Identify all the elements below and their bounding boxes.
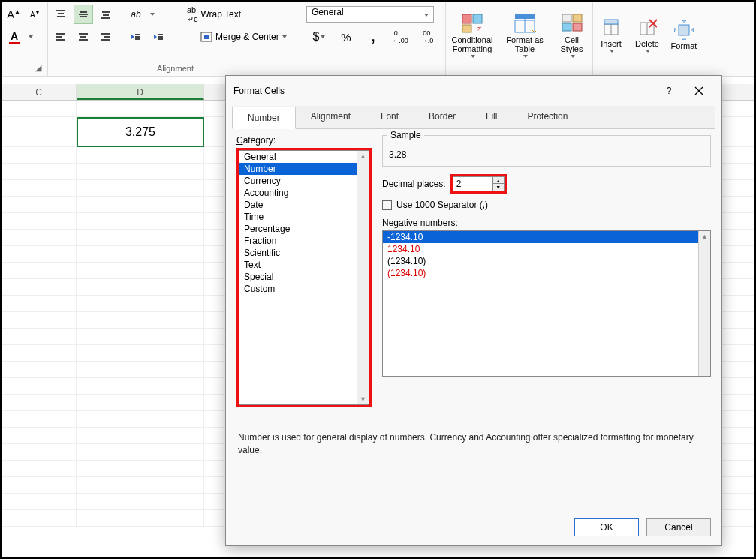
ribbon: A▲ A▼ A ◢ ab ab⤶c Wrap Text [2, 2, 754, 77]
decrease-indent-icon[interactable] [126, 27, 146, 47]
format-as-table-button[interactable]: Format as Table [498, 2, 551, 69]
svg-rect-13 [80, 36, 86, 38]
help-button[interactable]: ? [654, 82, 684, 100]
merge-center-button[interactable]: Merge & Center [197, 27, 291, 47]
wrap-text-icon[interactable]: ab⤶c Wrap Text [183, 5, 245, 24]
tab-fill[interactable]: Fill [471, 106, 512, 128]
format-cells-dialog: Format Cells ? NumberAlignmentFontBorder… [225, 75, 722, 546]
negative-format-item[interactable]: (1234.10) [383, 255, 710, 267]
ok-button[interactable]: OK [574, 518, 639, 536]
cancel-button[interactable]: Cancel [646, 518, 711, 536]
category-item[interactable]: Currency [239, 175, 369, 187]
align-middle-icon[interactable] [74, 5, 93, 24]
orientation-icon[interactable]: ab [126, 5, 146, 24]
align-center-icon[interactable] [74, 27, 93, 47]
selected-cell[interactable]: 3.275 [77, 117, 204, 147]
svg-rect-27 [473, 14, 482, 23]
svg-rect-2 [57, 16, 65, 17]
sample-box: Sample 3.28 [382, 135, 711, 167]
cell-c[interactable] [2, 117, 77, 146]
delete-button[interactable]: Delete [629, 2, 665, 69]
sample-label: Sample [387, 130, 424, 140]
scrollbar[interactable]: ▲▼ [357, 151, 369, 404]
increase-indent-icon[interactable] [149, 27, 168, 47]
spin-down-icon[interactable]: ▼ [493, 184, 504, 191]
thousands-separator-checkbox[interactable]: Use 1000 Separator (,) [382, 200, 711, 210]
align-bottom-icon[interactable] [96, 5, 116, 24]
col-header-c[interactable]: C [2, 84, 77, 100]
svg-rect-4 [79, 14, 88, 15]
align-right-icon[interactable] [96, 27, 116, 47]
col-header-d[interactable]: D [77, 84, 204, 100]
svg-rect-3 [80, 11, 87, 13]
font-dialog-launcher[interactable]: ◢ [5, 62, 44, 74]
svg-rect-36 [573, 23, 582, 31]
decimal-places-label: Decimal places: [382, 179, 446, 189]
scroll-up-icon[interactable]: ▲ [700, 231, 709, 242]
svg-rect-15 [101, 33, 110, 35]
font-color-icon[interactable]: A [5, 27, 24, 47]
decrease-decimal-icon[interactable]: .00→.0 [417, 27, 437, 47]
category-item[interactable]: Number [239, 163, 369, 175]
sample-value: 3.28 [389, 149, 406, 160]
number-format-dropdown[interactable]: General [306, 6, 434, 23]
tab-alignment[interactable]: Alignment [296, 106, 366, 128]
wrap-text-label: Wrap Text [201, 9, 242, 20]
svg-rect-26 [462, 14, 471, 23]
scroll-up-icon[interactable]: ▲ [358, 151, 368, 161]
negative-numbers-list[interactable]: -1234.101234.10(1234.10)(1234.10)▲ [382, 230, 711, 377]
scrollbar[interactable]: ▲ [698, 231, 710, 376]
svg-rect-8 [101, 17, 110, 19]
svg-rect-6 [102, 11, 110, 13]
svg-rect-44 [679, 25, 689, 35]
percent-icon[interactable]: % [336, 27, 356, 47]
tab-border[interactable]: Border [414, 106, 471, 128]
svg-rect-18 [135, 34, 140, 35]
tab-number[interactable]: Number [232, 107, 296, 129]
checkbox-icon [382, 200, 392, 210]
scroll-down-icon[interactable]: ▼ [358, 394, 368, 404]
close-button[interactable] [684, 82, 714, 100]
description-text: Number is used for general display of nu… [226, 413, 721, 457]
category-item[interactable]: Accounting [239, 187, 369, 199]
svg-rect-28 [462, 25, 471, 32]
dialog-title: Format Cells [233, 86, 285, 96]
cell-styles-button[interactable]: Cell Styles [551, 2, 592, 69]
conditional-formatting-button[interactable]: ≠ Conditional Formatting [446, 2, 498, 69]
svg-rect-34 [573, 14, 582, 22]
insert-button[interactable]: Insert [593, 2, 629, 69]
negative-format-item[interactable]: -1234.10 [383, 231, 710, 243]
increase-decimal-icon[interactable]: .0←.00 [390, 27, 410, 47]
decimal-places-input[interactable] [453, 176, 493, 191]
decimal-spinner[interactable]: ▲▼ [493, 176, 505, 191]
format-button[interactable]: Format [665, 2, 703, 69]
category-item[interactable]: Percentage [239, 223, 369, 235]
negative-format-item[interactable]: (1234.10) [383, 267, 710, 279]
spin-up-icon[interactable]: ▲ [493, 177, 504, 184]
align-left-icon[interactable] [51, 27, 71, 47]
category-item[interactable]: Time [239, 211, 369, 223]
category-item[interactable]: Fraction [239, 235, 369, 247]
category-item[interactable]: Special [239, 271, 369, 283]
comma-icon[interactable]: , [363, 27, 383, 47]
category-highlight: GeneralNumberCurrencyAccountingDateTimeP… [236, 148, 372, 407]
svg-rect-1 [58, 13, 64, 14]
svg-rect-25 [204, 35, 209, 39]
category-item[interactable]: General [239, 151, 369, 163]
tab-protection[interactable]: Protection [512, 106, 583, 128]
category-item[interactable]: Text [239, 259, 369, 271]
category-item[interactable]: Date [239, 199, 369, 211]
increase-font-icon[interactable]: A▲ [5, 5, 23, 24]
align-top-icon[interactable] [51, 5, 71, 24]
negative-format-item[interactable]: 1234.10 [383, 243, 710, 255]
decrease-font-icon[interactable]: A▼ [26, 5, 45, 24]
svg-text:≠: ≠ [477, 24, 482, 32]
category-item[interactable]: Scientific [239, 247, 369, 259]
category-list[interactable]: GeneralNumberCurrencyAccountingDateTimeP… [239, 150, 369, 405]
merge-center-label: Merge & Center [215, 32, 279, 42]
svg-rect-20 [135, 38, 140, 40]
category-item[interactable]: Custom [239, 283, 369, 295]
tab-font[interactable]: Font [366, 106, 414, 128]
svg-rect-11 [56, 39, 65, 41]
currency-icon[interactable]: $ [309, 27, 329, 47]
